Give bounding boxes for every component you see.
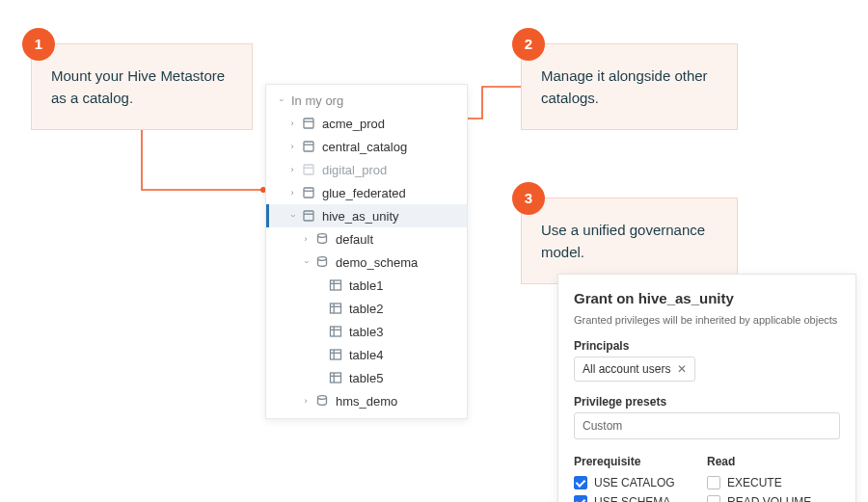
- checkbox-label: EXECUTE: [727, 476, 782, 489]
- checkbox-use-catalog[interactable]: USE CATALOG: [574, 476, 707, 489]
- callout-box-2: 2 Manage it alongside other catalogs.: [521, 43, 738, 130]
- tree-item-table1[interactable]: table1: [266, 274, 467, 297]
- tree-item-label: demo_schema: [336, 255, 418, 270]
- callout-text-1: Mount your Hive Metastore as a catalog.: [51, 66, 232, 109]
- checkbox-execute[interactable]: EXECUTE: [707, 476, 840, 489]
- catalog-icon: [301, 139, 316, 154]
- checkbox-use-schema[interactable]: USE SCHEMA: [574, 495, 707, 502]
- callout-box-3: 3 Use a unified governance model.: [521, 198, 738, 284]
- svg-rect-23: [331, 350, 341, 359]
- chevron-down-icon[interactable]: [274, 93, 287, 107]
- tree-header-label: In my org: [291, 93, 343, 108]
- svg-rect-10: [304, 211, 313, 221]
- svg-rect-17: [331, 304, 341, 313]
- preset-select[interactable]: Custom: [574, 412, 840, 439]
- svg-rect-8: [304, 188, 313, 198]
- tree-item-label: table2: [349, 302, 383, 316]
- principal-chip[interactable]: All account users ✕: [574, 357, 695, 382]
- prerequisite-column-label: Prerequisite: [574, 455, 707, 468]
- checkbox-label: USE SCHEMA: [594, 495, 670, 502]
- tree-item-label: table1: [349, 278, 383, 293]
- principal-chip-text: All account users: [583, 362, 670, 376]
- schema-icon: [314, 254, 330, 270]
- tree-item-table5[interactable]: table5: [266, 366, 467, 389]
- schema-icon: [314, 231, 330, 247]
- principals-label: Principals: [574, 339, 840, 353]
- checkbox-icon[interactable]: [707, 476, 720, 489]
- chevron-right-icon[interactable]: [285, 140, 299, 153]
- catalog-icon: [301, 208, 316, 224]
- read-column-label: Read: [707, 455, 840, 468]
- chevron-right-icon[interactable]: [285, 117, 299, 130]
- svg-point-12: [318, 234, 327, 238]
- tree-item-label: default: [336, 232, 373, 247]
- tree-item-glue_federated[interactable]: glue_federated: [266, 181, 467, 204]
- tree-item-label: glue_federated: [322, 186, 406, 200]
- callout-badge-1: 1: [22, 28, 55, 61]
- tree-item-hive_as_unity[interactable]: hive_as_unity: [266, 204, 467, 227]
- tree-item-label: table5: [349, 371, 383, 385]
- grant-dialog: Grant on hive_as_unity Granted privilege…: [557, 274, 856, 502]
- preset-value: Custom: [583, 419, 622, 433]
- catalog-external-icon: [301, 162, 316, 177]
- tree-item-label: hms_demo: [336, 394, 397, 409]
- callout-text-2: Manage it alongside other catalogs.: [541, 66, 718, 109]
- chevron-down-icon[interactable]: [285, 209, 299, 223]
- chevron-right-icon[interactable]: [299, 394, 312, 408]
- chevron-right-icon[interactable]: [285, 163, 299, 176]
- checkbox-label: USE CATALOG: [594, 476, 675, 489]
- checkbox-label: READ VOLUME: [727, 495, 811, 502]
- table-icon: [328, 324, 343, 339]
- svg-rect-2: [304, 119, 313, 128]
- svg-point-29: [318, 396, 327, 400]
- table-icon: [328, 301, 343, 316]
- tree-header[interactable]: In my org: [266, 89, 467, 112]
- svg-point-13: [318, 257, 327, 261]
- checkbox-icon[interactable]: [574, 495, 587, 502]
- checkbox-read-volume[interactable]: READ VOLUME: [707, 495, 840, 502]
- callout-text-3: Use a unified governance model.: [541, 220, 718, 263]
- chevron-right-icon[interactable]: [285, 186, 299, 199]
- tree-item-label: table4: [349, 348, 383, 362]
- chevron-right-icon[interactable]: [299, 232, 312, 246]
- presets-label: Privilege presets: [574, 395, 840, 409]
- callout-badge-2: 2: [512, 28, 545, 61]
- tree-item-label: table3: [349, 325, 383, 339]
- tree-item-label: central_catalog: [322, 140, 407, 154]
- tree-item-table4[interactable]: table4: [266, 343, 467, 366]
- grant-title: Grant on hive_as_unity: [574, 290, 840, 306]
- grant-subtitle: Granted privileges will be inherited by …: [574, 314, 840, 326]
- svg-rect-20: [331, 327, 341, 336]
- svg-rect-26: [331, 373, 341, 383]
- tree-item-table3[interactable]: table3: [266, 320, 467, 343]
- catalog-icon: [301, 116, 316, 131]
- callout-box-1: 1 Mount your Hive Metastore as a catalog…: [31, 43, 253, 130]
- close-icon[interactable]: ✕: [677, 362, 687, 376]
- svg-rect-4: [304, 142, 313, 151]
- tree-item-table2[interactable]: table2: [266, 297, 467, 320]
- tree-item-acme_prod[interactable]: acme_prod: [266, 112, 467, 135]
- catalog-icon: [301, 185, 316, 200]
- tree-item-hms_demo[interactable]: hms_demo: [266, 389, 467, 412]
- table-icon: [328, 277, 343, 293]
- tree-item-label: acme_prod: [322, 117, 385, 131]
- tree-item-central_catalog[interactable]: central_catalog: [266, 135, 467, 158]
- tree-item-demo_schema[interactable]: demo_schema: [266, 251, 467, 274]
- svg-rect-14: [331, 280, 341, 290]
- table-icon: [328, 370, 343, 385]
- table-icon: [328, 347, 343, 362]
- schema-icon: [314, 393, 330, 409]
- checkbox-icon[interactable]: [574, 476, 587, 489]
- callout-badge-3: 3: [512, 182, 545, 215]
- tree-item-digital_prod[interactable]: digital_prod: [266, 158, 467, 181]
- tree-item-default[interactable]: default: [266, 227, 467, 251]
- tree-item-label: hive_as_unity: [322, 209, 399, 224]
- catalog-tree-panel: In my org acme_prod central_catalog digi…: [265, 84, 468, 419]
- checkbox-icon[interactable]: [707, 495, 720, 502]
- svg-rect-6: [304, 165, 313, 174]
- chevron-down-icon[interactable]: [299, 255, 312, 269]
- tree-item-label: digital_prod: [322, 163, 387, 177]
